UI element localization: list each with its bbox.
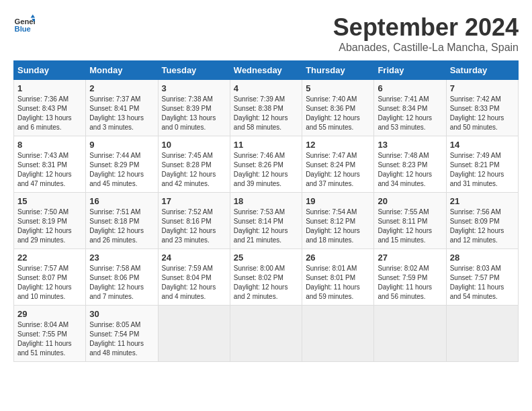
day-info: Sunrise: 7:39 AM Sunset: 8:38 PM Dayligh… xyxy=(234,95,298,132)
day-number: 21 xyxy=(450,196,515,206)
day-info: Sunrise: 7:54 AM Sunset: 8:12 PM Dayligh… xyxy=(306,208,370,245)
table-row: 2 Sunrise: 7:37 AM Sunset: 8:41 PM Dayli… xyxy=(86,80,158,136)
day-info: Sunrise: 7:46 AM Sunset: 8:26 PM Dayligh… xyxy=(234,151,298,189)
day-info: Sunrise: 7:51 AM Sunset: 8:18 PM Dayligh… xyxy=(89,208,154,245)
day-number: 24 xyxy=(162,253,226,263)
day-info: Sunrise: 7:36 AM Sunset: 8:43 PM Dayligh… xyxy=(17,95,82,132)
day-info: Sunrise: 7:58 AM Sunset: 8:06 PM Dayligh… xyxy=(89,264,154,302)
logo: General Blue xyxy=(13,13,35,35)
day-number: 8 xyxy=(17,140,82,150)
table-row: 28 Sunrise: 8:03 AM Sunset: 7:57 PM Dayl… xyxy=(446,249,518,306)
table-row: 20 Sunrise: 7:55 AM Sunset: 8:11 PM Dayl… xyxy=(374,193,446,249)
table-row: 19 Sunrise: 7:54 AM Sunset: 8:12 PM Dayl… xyxy=(302,193,374,249)
day-info: Sunrise: 7:59 AM Sunset: 8:04 PM Dayligh… xyxy=(162,264,226,302)
location-title: Abanades, Castille-La Mancha, Spain xyxy=(333,42,519,54)
day-number: 29 xyxy=(17,309,82,319)
table-row: 26 Sunrise: 8:01 AM Sunset: 8:01 PM Dayl… xyxy=(302,249,374,306)
logo-icon: General Blue xyxy=(13,13,35,35)
day-number: 16 xyxy=(89,196,154,206)
table-row: 11 Sunrise: 7:46 AM Sunset: 8:26 PM Dayl… xyxy=(230,136,302,193)
table-row: 25 Sunrise: 8:00 AM Sunset: 8:02 PM Dayl… xyxy=(230,249,302,306)
col-thursday: Thursday xyxy=(302,61,374,80)
table-row: 9 Sunrise: 7:44 AM Sunset: 8:29 PM Dayli… xyxy=(86,136,158,193)
day-info: Sunrise: 7:53 AM Sunset: 8:14 PM Dayligh… xyxy=(234,208,298,245)
table-row: 8 Sunrise: 7:43 AM Sunset: 8:31 PM Dayli… xyxy=(14,136,86,193)
table-row: 10 Sunrise: 7:45 AM Sunset: 8:28 PM Dayl… xyxy=(158,136,230,193)
day-number: 17 xyxy=(162,196,226,206)
table-row: 6 Sunrise: 7:41 AM Sunset: 8:34 PM Dayli… xyxy=(374,80,446,136)
day-number: 12 xyxy=(306,140,370,150)
day-info: Sunrise: 8:04 AM Sunset: 7:55 PM Dayligh… xyxy=(17,320,82,358)
calendar-row: 8 Sunrise: 7:43 AM Sunset: 8:31 PM Dayli… xyxy=(14,136,519,193)
table-row: 3 Sunrise: 7:38 AM Sunset: 8:39 PM Dayli… xyxy=(158,80,230,136)
day-info: Sunrise: 7:40 AM Sunset: 8:36 PM Dayligh… xyxy=(306,95,370,132)
day-info: Sunrise: 7:45 AM Sunset: 8:28 PM Dayligh… xyxy=(162,151,226,189)
table-row: 5 Sunrise: 7:40 AM Sunset: 8:36 PM Dayli… xyxy=(302,80,374,136)
day-info: Sunrise: 7:55 AM Sunset: 8:11 PM Dayligh… xyxy=(378,208,442,245)
day-info: Sunrise: 8:00 AM Sunset: 8:02 PM Dayligh… xyxy=(234,264,298,302)
day-number: 27 xyxy=(378,253,442,263)
table-row: 30 Sunrise: 8:05 AM Sunset: 7:54 PM Dayl… xyxy=(86,306,158,362)
day-number: 3 xyxy=(162,83,226,93)
day-info: Sunrise: 7:50 AM Sunset: 8:19 PM Dayligh… xyxy=(17,208,82,245)
table-row: 18 Sunrise: 7:53 AM Sunset: 8:14 PM Dayl… xyxy=(230,193,302,249)
day-number: 13 xyxy=(378,140,442,150)
day-number: 18 xyxy=(234,196,298,206)
svg-text:Blue: Blue xyxy=(15,25,31,33)
table-row xyxy=(374,306,446,362)
table-row: 13 Sunrise: 7:48 AM Sunset: 8:23 PM Dayl… xyxy=(374,136,446,193)
day-info: Sunrise: 7:56 AM Sunset: 8:09 PM Dayligh… xyxy=(450,208,515,245)
header: General Blue September 2024 Abanades, Ca… xyxy=(13,13,519,54)
day-info: Sunrise: 7:57 AM Sunset: 8:07 PM Dayligh… xyxy=(17,264,82,302)
day-number: 4 xyxy=(234,83,298,93)
table-row: 22 Sunrise: 7:57 AM Sunset: 8:07 PM Dayl… xyxy=(14,249,86,306)
day-info: Sunrise: 7:41 AM Sunset: 8:34 PM Dayligh… xyxy=(378,95,442,132)
table-row xyxy=(230,306,302,362)
table-row: 7 Sunrise: 7:42 AM Sunset: 8:33 PM Dayli… xyxy=(446,80,518,136)
svg-marker-2 xyxy=(31,15,35,18)
day-number: 1 xyxy=(17,83,82,93)
table-row xyxy=(446,306,518,362)
table-row: 4 Sunrise: 7:39 AM Sunset: 8:38 PM Dayli… xyxy=(230,80,302,136)
day-info: Sunrise: 7:44 AM Sunset: 8:29 PM Dayligh… xyxy=(89,151,154,189)
table-row: 21 Sunrise: 7:56 AM Sunset: 8:09 PM Dayl… xyxy=(446,193,518,249)
day-info: Sunrise: 7:38 AM Sunset: 8:39 PM Dayligh… xyxy=(162,95,226,132)
day-number: 5 xyxy=(306,83,370,93)
day-number: 7 xyxy=(450,83,515,93)
day-info: Sunrise: 7:42 AM Sunset: 8:33 PM Dayligh… xyxy=(450,95,515,132)
col-wednesday: Wednesday xyxy=(230,61,302,80)
day-number: 14 xyxy=(450,140,515,150)
table-row xyxy=(158,306,230,362)
day-number: 11 xyxy=(234,140,298,150)
calendar-table: Sunday Monday Tuesday Wednesday Thursday… xyxy=(13,60,519,362)
day-number: 19 xyxy=(306,196,370,206)
day-info: Sunrise: 7:52 AM Sunset: 8:16 PM Dayligh… xyxy=(162,208,226,245)
col-friday: Friday xyxy=(374,61,446,80)
day-number: 23 xyxy=(89,253,154,263)
calendar-row: 22 Sunrise: 7:57 AM Sunset: 8:07 PM Dayl… xyxy=(14,249,519,306)
day-info: Sunrise: 8:01 AM Sunset: 8:01 PM Dayligh… xyxy=(306,264,370,302)
day-info: Sunrise: 8:03 AM Sunset: 7:57 PM Dayligh… xyxy=(450,264,515,302)
col-sunday: Sunday xyxy=(14,61,86,80)
table-row: 1 Sunrise: 7:36 AM Sunset: 8:43 PM Dayli… xyxy=(14,80,86,136)
month-title: September 2024 xyxy=(333,13,519,42)
day-number: 6 xyxy=(378,83,442,93)
table-row: 12 Sunrise: 7:47 AM Sunset: 8:24 PM Dayl… xyxy=(302,136,374,193)
day-number: 22 xyxy=(17,253,82,263)
calendar-row: 15 Sunrise: 7:50 AM Sunset: 8:19 PM Dayl… xyxy=(14,193,519,249)
col-tuesday: Tuesday xyxy=(158,61,230,80)
day-number: 10 xyxy=(162,140,226,150)
table-row: 27 Sunrise: 8:02 AM Sunset: 7:59 PM Dayl… xyxy=(374,249,446,306)
table-row xyxy=(302,306,374,362)
calendar-row: 1 Sunrise: 7:36 AM Sunset: 8:43 PM Dayli… xyxy=(14,80,519,136)
day-info: Sunrise: 7:43 AM Sunset: 8:31 PM Dayligh… xyxy=(17,151,82,189)
table-row: 14 Sunrise: 7:49 AM Sunset: 8:21 PM Dayl… xyxy=(446,136,518,193)
day-info: Sunrise: 8:05 AM Sunset: 7:54 PM Dayligh… xyxy=(89,320,154,358)
table-row: 17 Sunrise: 7:52 AM Sunset: 8:16 PM Dayl… xyxy=(158,193,230,249)
day-info: Sunrise: 7:37 AM Sunset: 8:41 PM Dayligh… xyxy=(89,95,154,132)
calendar-row: 29 Sunrise: 8:04 AM Sunset: 7:55 PM Dayl… xyxy=(14,306,519,362)
day-number: 30 xyxy=(89,309,154,319)
col-monday: Monday xyxy=(86,61,158,80)
day-number: 2 xyxy=(89,83,154,93)
day-number: 26 xyxy=(306,253,370,263)
